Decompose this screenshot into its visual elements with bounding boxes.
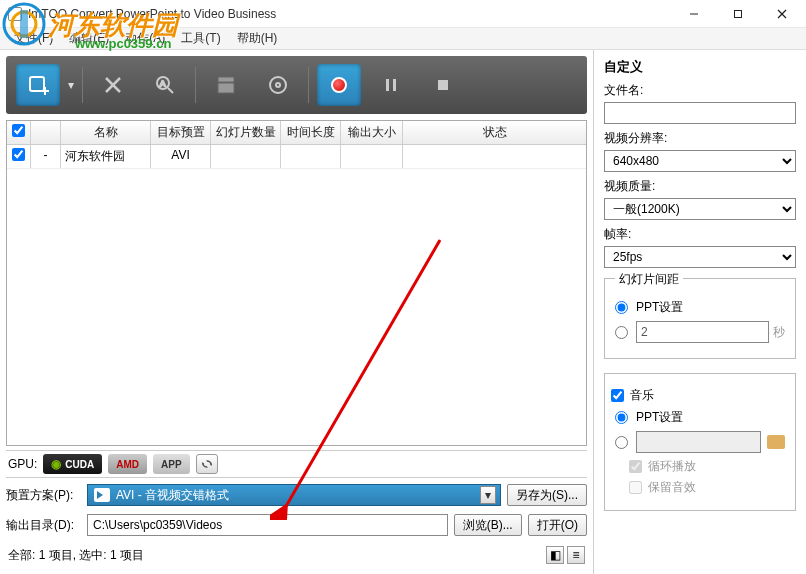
resolution-select[interactable]: 640x480 [604, 150, 796, 172]
status-icon-1[interactable]: ◧ [546, 546, 564, 564]
header-duration[interactable]: 时间长度 [281, 121, 341, 144]
music-fieldset: 音乐 PPT设置 循环播放 保留音效 [604, 373, 796, 511]
record-button[interactable] [317, 64, 361, 106]
saveas-button[interactable]: 另存为(S)... [507, 484, 587, 506]
interval-fieldset: 幻灯片间距 PPT设置 秒 [604, 278, 796, 359]
svg-rect-20 [393, 79, 396, 91]
amd-badge[interactable]: AMD [108, 454, 147, 474]
interval-seconds-input [636, 321, 769, 343]
svg-marker-16 [218, 77, 234, 82]
file-table: 名称 目标预置 幻灯片数量 时间长度 输出大小 状态 - 河东软件园 AVI [6, 120, 587, 446]
svg-line-13 [168, 88, 173, 93]
close-button[interactable] [760, 0, 804, 28]
interval-legend: 幻灯片间距 [615, 271, 683, 288]
preset-icon [94, 488, 110, 502]
chevron-down-icon: ▾ [480, 486, 496, 504]
maximize-button[interactable] [716, 0, 760, 28]
fps-label: 帧率: [604, 226, 796, 243]
filename-input[interactable] [604, 102, 796, 124]
header-status[interactable]: 状态 [403, 121, 586, 144]
menu-file[interactable]: 文件(F) [8, 28, 59, 49]
row-checkbox[interactable] [12, 148, 25, 161]
keep-sfx-checkbox [629, 481, 642, 494]
table-header: 名称 目标预置 幻灯片数量 时间长度 输出大小 状态 [7, 121, 586, 145]
header-checkbox[interactable] [7, 121, 31, 144]
svg-text:A: A [160, 79, 166, 88]
clapper-button[interactable] [204, 64, 248, 106]
delete-button[interactable] [91, 64, 135, 106]
open-button[interactable]: 打开(O) [528, 514, 587, 536]
output-label: 输出目录(D): [6, 517, 81, 534]
pause-button[interactable] [369, 64, 413, 106]
add-file-button[interactable] [16, 64, 60, 106]
quality-select[interactable]: 一般(1200K) [604, 198, 796, 220]
dropdown-icon[interactable]: ▾ [68, 78, 74, 92]
properties-panel: 自定义 文件名: 视频分辨率: 640x480 视频质量: 一般(1200K) … [593, 50, 806, 574]
menu-edit[interactable]: 编辑(E) [63, 28, 115, 49]
music-ppt-radio[interactable] [615, 411, 628, 424]
output-dir-input[interactable] [87, 514, 448, 536]
app-icon [8, 7, 22, 21]
stop-button[interactable] [421, 64, 465, 106]
svg-rect-4 [735, 10, 742, 17]
svg-point-18 [276, 83, 280, 87]
gpu-label: GPU: [6, 457, 37, 471]
preset-select[interactable]: AVI - 音视频交错格式 ▾ [87, 484, 501, 506]
interval-ppt-radio[interactable] [615, 301, 628, 314]
music-checkbox[interactable] [611, 389, 624, 402]
record-icon [331, 77, 347, 93]
settings-button[interactable] [196, 454, 218, 474]
status-icon-2[interactable]: ≡ [567, 546, 585, 564]
quality-label: 视频质量: [604, 178, 796, 195]
resolution-label: 视频分辨率: [604, 130, 796, 147]
preset-label: 预置方案(P): [6, 487, 81, 504]
preset-value: AVI - 音视频交错格式 [116, 487, 229, 504]
cuda-badge[interactable]: ◉CUDA [43, 454, 102, 474]
header-preset[interactable]: 目标预置 [151, 121, 211, 144]
menu-action[interactable]: 动作(A) [119, 28, 171, 49]
svg-rect-19 [386, 79, 389, 91]
folder-icon[interactable] [767, 435, 785, 449]
gpu-bar: GPU: ◉CUDA AMD APP [6, 450, 587, 478]
svg-rect-21 [438, 80, 448, 90]
svg-rect-7 [30, 77, 44, 91]
main-toolbar: ▾ A [6, 56, 587, 114]
svg-point-17 [270, 77, 286, 93]
titlebar: ImTOO Convert PowerPoint to Video Busine… [0, 0, 806, 28]
header-size[interactable]: 输出大小 [341, 121, 403, 144]
search-button[interactable]: A [143, 64, 187, 106]
loop-checkbox [629, 460, 642, 473]
fps-select[interactable]: 25fps [604, 246, 796, 268]
filename-label: 文件名: [604, 82, 796, 99]
disc-button[interactable] [256, 64, 300, 106]
browse-button[interactable]: 浏览(B)... [454, 514, 522, 536]
menu-tool[interactable]: 工具(T) [175, 28, 226, 49]
music-path-input [636, 431, 761, 453]
svg-rect-15 [218, 83, 234, 93]
minimize-button[interactable] [672, 0, 716, 28]
app-badge[interactable]: APP [153, 454, 190, 474]
header-name[interactable]: 名称 [61, 121, 151, 144]
window-title: ImTOO Convert PowerPoint to Video Busine… [28, 7, 672, 21]
table-row[interactable]: - 河东软件园 AVI [7, 145, 586, 169]
menu-help[interactable]: 帮助(H) [231, 28, 284, 49]
status-text: 全部: 1 项目, 选中: 1 项目 [8, 547, 144, 564]
menubar: 文件(F) 编辑(E) 动作(A) 工具(T) 帮助(H) [0, 28, 806, 50]
header-slides[interactable]: 幻灯片数量 [211, 121, 281, 144]
panel-title: 自定义 [604, 58, 796, 76]
music-custom-radio[interactable] [615, 436, 628, 449]
interval-custom-radio[interactable] [615, 326, 628, 339]
